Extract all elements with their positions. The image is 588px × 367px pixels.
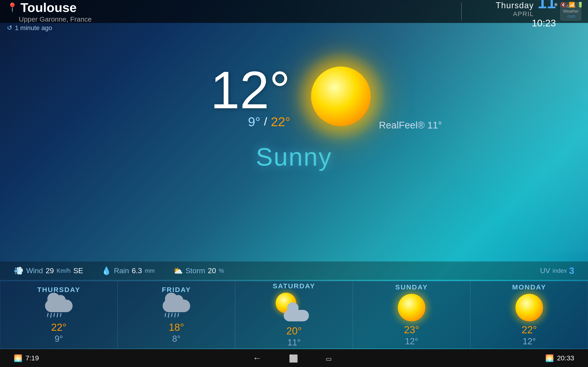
- location-region: Upper Garonne, France: [19, 15, 454, 23]
- sun-graphic: RealFeel® 11°: [304, 60, 378, 133]
- forecast-day-0-name: THURSDAY: [37, 286, 80, 294]
- forecast-icon-0: [40, 296, 77, 319]
- forecast-icon-3: [393, 294, 430, 321]
- forecast-thursday[interactable]: THURSDAY 22° 9°: [0, 281, 118, 349]
- sunset-info: 🌅 20:33: [545, 354, 574, 362]
- forecast-temps-1: 18° 8°: [169, 322, 184, 344]
- uv-sublabel: index: [553, 267, 567, 274]
- forecast-day-1-name: FRIDAY: [162, 286, 191, 294]
- storm-icon: ⛅: [173, 266, 183, 275]
- mute-icon: 🔇: [560, 2, 566, 8]
- day-number: 11: [537, 0, 556, 11]
- temperature-range: 9° / 22°: [243, 114, 290, 129]
- last-updated: ↺ 1 minute ago: [7, 24, 52, 32]
- forecast-temps-2: 20° 11°: [286, 325, 302, 348]
- rain-stat: 💧 Rain 6.3 mm: [102, 266, 155, 275]
- forecast-monday[interactable]: MONDAY 22° 12°: [470, 281, 588, 349]
- forecast-friday[interactable]: FRIDAY 18° 8°: [118, 281, 235, 349]
- date-line: Thursday APRIL 11: [468, 0, 556, 18]
- forecast-temps-3: 23° 12°: [404, 324, 419, 346]
- rain-value: 6.3: [132, 267, 142, 275]
- forecast-temps-0: 22° 9°: [51, 322, 67, 344]
- back-button[interactable]: [253, 353, 261, 363]
- city-name: Toulouse: [20, 0, 77, 15]
- realfeel-label: RealFeel®: [379, 120, 425, 131]
- temp-low: 9°: [248, 114, 260, 129]
- uv-value: 3: [569, 266, 574, 276]
- rain-icon: 💧: [102, 266, 111, 275]
- current-temperature: 12°: [210, 64, 290, 117]
- wind-label: Wind: [26, 267, 43, 275]
- forecast-high-2: 20°: [286, 325, 302, 337]
- battery-icon: 🔋: [577, 2, 583, 8]
- forecast-bar: THURSDAY 22° 9°: [0, 281, 588, 349]
- temperature-section: 12° 9° / 22°: [210, 64, 290, 129]
- storm-stat: ⛅ Storm 20 %: [173, 266, 224, 275]
- time-display: 10:23: [468, 18, 556, 29]
- home-button[interactable]: [289, 353, 298, 363]
- partly-cloudy-2: [276, 293, 312, 323]
- wifi-icon: 📶: [569, 2, 575, 8]
- day-name: Thursday: [496, 1, 534, 10]
- realfeel-temp: 11°: [427, 120, 442, 131]
- forecast-high-4: 22°: [522, 324, 537, 336]
- location-pin-icon: 📍: [7, 2, 18, 12]
- wind-unit: Km/h: [57, 267, 71, 274]
- location-section: 📍 Toulouse Upper Garonne, France: [7, 0, 454, 23]
- weather-condition: Sunny: [256, 142, 332, 171]
- sunrise-icon: 🌅: [14, 354, 22, 362]
- temp-high: 22°: [271, 114, 290, 129]
- sun-icon-3: [398, 294, 425, 321]
- wind-icon: 💨: [14, 266, 23, 275]
- sunrise-info: 🌅 7:19: [14, 354, 39, 362]
- forecast-high-3: 23°: [404, 324, 419, 336]
- storm-unit: %: [219, 267, 224, 274]
- sunrise-time: 7:19: [26, 354, 39, 362]
- forecast-low-0: 9°: [55, 334, 63, 344]
- sunset-time: 20:33: [557, 354, 574, 362]
- rain-cloud-1: [160, 297, 192, 318]
- top-bar: 📍 Toulouse Upper Garonne, France Thursda…: [0, 0, 588, 23]
- stats-bar: 💨 Wind 29 Km/h SE 💧 Rain 6.3 mm ⛅ Storm …: [0, 261, 588, 280]
- app-container: ✳ 🔇 📶 🔋 📍 Toulouse Upper Garonne, France…: [0, 0, 588, 367]
- forecast-day-3-name: SUNDAY: [395, 283, 428, 291]
- forecast-high-1: 18°: [169, 322, 184, 333]
- recents-button[interactable]: [326, 353, 332, 363]
- month-label: APRIL: [496, 10, 534, 18]
- last-updated-text: 1 minute ago: [15, 24, 52, 32]
- status-icons-bar: ✳ 🔇 📶 🔋: [554, 2, 583, 8]
- location-name[interactable]: 📍 Toulouse: [7, 0, 454, 15]
- forecast-icon-4: [511, 294, 548, 321]
- weather-center: 12° 9° / 22° RealFeel® 11°: [210, 60, 378, 133]
- nav-buttons: [253, 353, 332, 363]
- uv-index: UV index 3: [540, 266, 574, 276]
- refresh-icon[interactable]: ↺: [7, 24, 12, 32]
- temp-separator: /: [264, 115, 267, 128]
- forecast-icon-1: [158, 296, 195, 319]
- forecast-icon-2: [276, 293, 312, 323]
- forecast-temps-4: 22° 12°: [522, 324, 537, 346]
- storm-label: Storm: [186, 267, 205, 275]
- rain-cloud-0: [43, 297, 75, 318]
- forecast-low-1: 8°: [172, 334, 181, 344]
- sun-icon-4: [515, 294, 543, 321]
- bottom-nav-bar: 🌅 7:19 🌅 20:33: [0, 349, 588, 367]
- main-weather-area: 12° 9° / 22° RealFeel® 11° Sunny: [0, 41, 588, 171]
- forecast-sunday[interactable]: SUNDAY 23° 12°: [353, 281, 470, 349]
- bluetooth-icon: ✳: [554, 2, 558, 8]
- wind-dir: SE: [73, 267, 83, 275]
- forecast-low-4: 12°: [523, 336, 536, 346]
- forecast-day-4-name: MONDAY: [512, 283, 546, 291]
- forecast-saturday[interactable]: SATURDAY 20° 11°: [235, 281, 353, 349]
- wind-value: 29: [46, 267, 54, 275]
- realfeel-display: RealFeel® 11°: [379, 120, 442, 131]
- forecast-low-3: 12°: [405, 336, 418, 346]
- forecast-day-2-name: SATURDAY: [273, 282, 315, 290]
- date-time-section: Thursday APRIL 11 10:23: [468, 0, 556, 29]
- sunset-icon: 🌅: [545, 354, 554, 362]
- sun-body: [311, 67, 371, 126]
- wind-stat: 💨 Wind 29 Km/h SE: [14, 266, 83, 275]
- rain-label: Rain: [114, 267, 129, 275]
- storm-value: 20: [208, 267, 216, 275]
- forecast-high-0: 22°: [51, 322, 67, 333]
